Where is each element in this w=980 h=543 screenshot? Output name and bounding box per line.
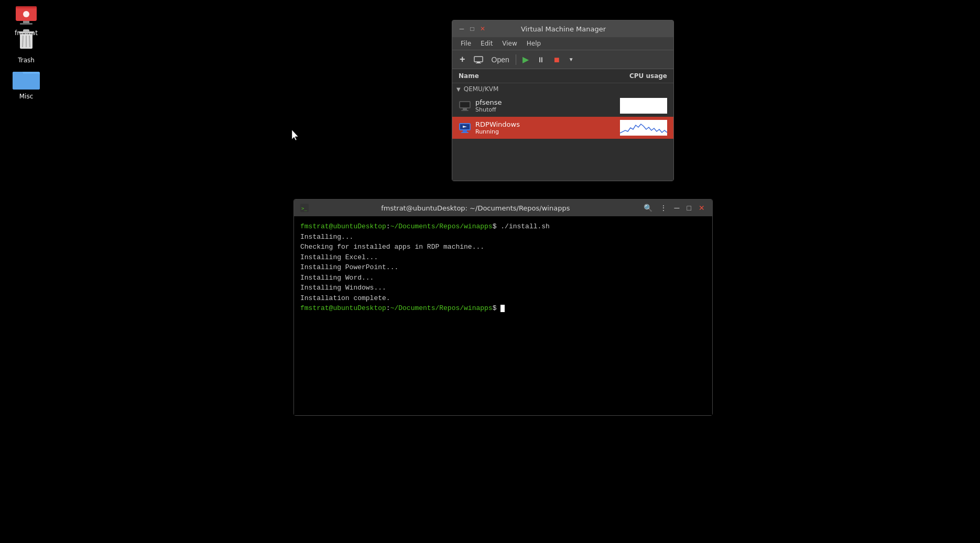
vmm-header-row: Name CPU usage (452, 69, 673, 83)
vmm-dropdown-button[interactable]: ▼ (565, 55, 577, 64)
vmm-close-button[interactable]: ✕ (478, 25, 487, 33)
vmm-minimize-button[interactable]: ─ (458, 25, 466, 33)
vmm-empty-area (452, 139, 673, 181)
svg-rect-20 (463, 108, 467, 110)
cpu-usage-pfsense (620, 98, 667, 114)
terminal-app-icon: >_ (300, 203, 309, 213)
vmm-maximize-button[interactable]: □ (468, 25, 476, 33)
mouse-cursor (292, 130, 298, 140)
screen-icon (474, 56, 483, 63)
vm-details-rdpwindows: RDPWindows Running (475, 120, 520, 135)
vmm-window-controls: ─ □ ✕ (458, 25, 487, 33)
vm-details-pfsense: pfsense Shutoff (475, 98, 502, 113)
svg-rect-3 (23, 21, 29, 23)
vmm-group-label: QEMU/KVM (464, 85, 499, 93)
vm-status-pfsense: Shutoff (475, 106, 502, 113)
vmm-menubar: File Edit View Help (452, 37, 673, 50)
toolbar-separator-1 (516, 54, 516, 65)
vmm-vm-info-rdpwindows: RDPWindows Running (459, 120, 520, 135)
vmm-add-button[interactable]: + (456, 52, 469, 67)
svg-rect-15 (474, 57, 483, 62)
svg-line-10 (29, 36, 30, 47)
open-label: Open (492, 56, 509, 64)
desktop-icon-misc[interactable]: Misc (5, 65, 47, 102)
terminal-cursor (500, 305, 505, 312)
vmm-menu-file[interactable]: File (456, 38, 475, 49)
terminal-line-5: Installing PowerPoint... (300, 262, 706, 273)
trash-icon (14, 27, 39, 54)
terminal-window-controls: 🔍 ⋮ ─ □ ✕ (641, 203, 707, 213)
vmm-window: ─ □ ✕ Virtual Machine Manager File Edit … (452, 20, 674, 181)
terminal-window-title: fmstrat@ubuntuDesktop: ~/Documents/Repos… (310, 204, 641, 212)
vmm-pause-button[interactable]: ⏸ (534, 54, 548, 65)
terminal-line-8: Installation complete. (300, 293, 706, 304)
terminal-body[interactable]: fmstrat@ubuntuDesktop:~/Documents/Repos/… (294, 216, 712, 415)
terminal-prompt-1: fmstrat@ubuntuDesktop (300, 223, 386, 230)
svg-rect-26 (461, 132, 469, 133)
vmm-vm-info-pfsense: pfsense Shutoff (459, 98, 502, 113)
vmm-row-pfsense[interactable]: pfsense Shutoff (452, 95, 673, 117)
vmm-group-qemu: ▼ QEMU/KVM (452, 83, 673, 95)
vmm-content: Name CPU usage ▼ QEMU/KVM (452, 69, 673, 181)
svg-rect-19 (460, 102, 470, 107)
svg-point-2 (23, 11, 29, 17)
svg-rect-4 (20, 23, 32, 25)
terminal-line-7: Installing Windows... (300, 283, 706, 293)
vm-name-rdpwindows: RDPWindows (475, 120, 520, 128)
svg-rect-14 (13, 72, 23, 76)
vmm-open-button[interactable]: Open (488, 54, 513, 65)
vm-icon-pfsense (459, 101, 471, 111)
terminal-minimize-button[interactable]: ─ (672, 203, 682, 213)
vmm-toolbar: + Open ▶ ⏸ ⏹ ▼ (452, 50, 673, 69)
svg-rect-27 (620, 120, 667, 136)
terminal-line-4: Installing Excel... (300, 252, 706, 263)
desktop: fmstrat Trash (0, 0, 980, 543)
terminal-line-3: Checking for installed apps in RDP machi… (300, 242, 706, 252)
vm-icon-rdpwindows (459, 123, 471, 133)
vmm-col-name-header: Name (459, 72, 479, 80)
svg-text:>_: >_ (301, 206, 307, 211)
terminal-final-prompt: fmstrat@ubuntuDesktop (300, 304, 386, 312)
cpu-graph-rdpwindows (620, 120, 667, 136)
svg-rect-17 (476, 63, 481, 63)
vm-status-rdpwindows: Running (475, 128, 520, 135)
vmm-play-button[interactable]: ▶ (519, 53, 532, 66)
terminal-line-1: fmstrat@ubuntuDesktop:~/Documents/Repos/… (300, 221, 706, 232)
terminal-menu-button[interactable]: ⋮ (658, 203, 669, 213)
vmm-group-chevron: ▼ (456, 86, 461, 92)
svg-rect-25 (463, 130, 467, 132)
vmm-menu-edit[interactable]: Edit (476, 38, 497, 49)
svg-line-8 (23, 36, 23, 47)
terminal-maximize-button[interactable]: □ (685, 203, 693, 213)
terminal-icon: >_ (299, 203, 310, 213)
terminal-titlebar: >_ fmstrat@ubuntuDesktop: ~/Documents/Re… (294, 200, 712, 216)
terminal-line-2: Installing... (300, 232, 706, 242)
vmm-menu-help[interactable]: Help (522, 38, 545, 49)
terminal-search-button[interactable]: 🔍 (641, 203, 655, 213)
desktop-icon-trash[interactable]: Trash (5, 25, 47, 66)
vmm-col-cpu-header: CPU usage (629, 72, 667, 80)
vmm-titlebar: ─ □ ✕ Virtual Machine Manager (452, 20, 673, 37)
misc-icon-label: Misc (19, 93, 34, 100)
svg-rect-16 (477, 62, 480, 63)
svg-rect-1 (16, 6, 37, 8)
fmstrat-icon (14, 2, 39, 27)
trash-icon-label: Trash (18, 57, 35, 64)
vm-name-pfsense: pfsense (475, 98, 502, 106)
svg-rect-21 (461, 110, 469, 111)
terminal-line-9: fmstrat@ubuntuDesktop:~/Documents/Repos/… (300, 303, 706, 314)
terminal-close-button[interactable]: ✕ (696, 203, 707, 213)
svg-marker-30 (292, 130, 298, 140)
vmm-screen-button[interactable] (471, 54, 486, 65)
folder-icon (13, 68, 40, 91)
vmm-row-rdpwindows[interactable]: RDPWindows Running (452, 117, 673, 139)
terminal-line-6: Installing Word... (300, 273, 706, 283)
vmm-stop-button[interactable]: ⏹ (550, 54, 563, 65)
vmm-menu-view[interactable]: View (498, 38, 521, 49)
svg-rect-13 (13, 74, 40, 90)
vmm-window-title: Virtual Machine Manager (487, 25, 640, 33)
terminal-window: >_ fmstrat@ubuntuDesktop: ~/Documents/Re… (293, 199, 713, 416)
svg-rect-6 (23, 29, 29, 32)
